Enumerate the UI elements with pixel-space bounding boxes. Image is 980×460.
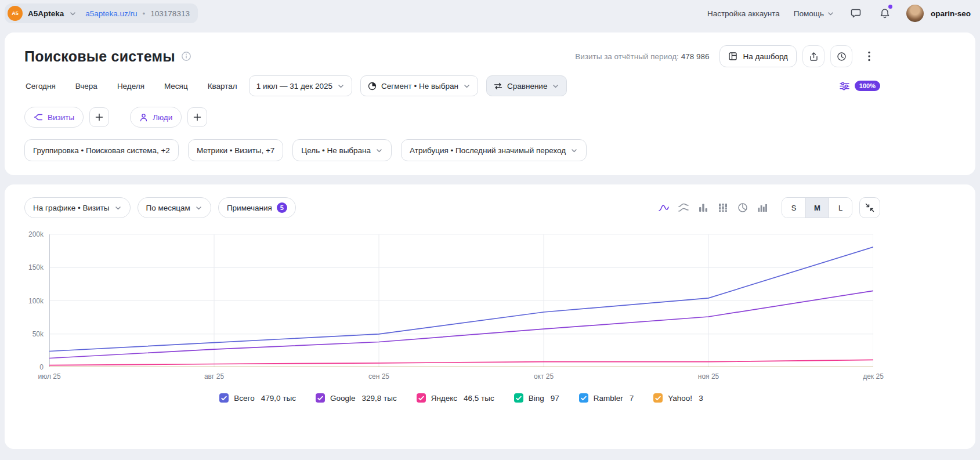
people-metric-chip[interactable]: Люди: [130, 107, 182, 128]
legend-series-value: 329,8 тыс: [361, 394, 396, 403]
more-menu-button[interactable]: [858, 45, 880, 67]
user-avatar[interactable]: [906, 5, 924, 22]
segment-selector[interactable]: Сегмент • Не выбран: [360, 75, 478, 96]
bar-chart-type-button[interactable]: [693, 198, 713, 218]
visits-metric-icon: [34, 113, 43, 122]
chat-icon: [850, 8, 862, 19]
counter-switcher[interactable]: A5 A5Apteka a5apteka.uz/ru • 103178313: [5, 3, 198, 23]
info-icon[interactable]: [181, 51, 191, 61]
check-icon: [418, 396, 424, 401]
y-tick-label: 200k: [28, 230, 44, 238]
add-people-metric-button[interactable]: [187, 107, 207, 127]
page-title: Поисковые системы: [24, 48, 175, 65]
separator-dot: •: [143, 9, 146, 18]
notes-count-badge: 5: [277, 202, 287, 213]
account-settings-link[interactable]: Настройка аккаунта: [707, 9, 780, 18]
filter-pill-4[interactable]: Атрибуция • Последний значимый переход: [401, 139, 587, 161]
pie-chart-type-button[interactable]: [733, 198, 753, 218]
add-metric-button[interactable]: [89, 107, 109, 127]
legend-item-yahoo[interactable]: Yahoo!3: [653, 393, 703, 403]
kebab-icon: [868, 51, 870, 61]
period-tab-5[interactable]: Квартал: [207, 77, 238, 95]
collapse-icon: [865, 202, 875, 213]
size-option-l[interactable]: L: [829, 198, 852, 218]
topbar-actions: Настройка аккаунта Помощь oparin-seo: [707, 5, 971, 22]
size-option-s[interactable]: S: [782, 198, 805, 218]
to-dashboard-button[interactable]: На дашборд: [719, 45, 797, 67]
segment-label: Сегмент • Не выбран: [381, 82, 458, 90]
people-icon: [139, 113, 148, 122]
sampling-control[interactable]: 100%: [839, 81, 880, 92]
legend-checkbox-yandex[interactable]: [417, 393, 426, 403]
chart-controls-row: На графике • Визиты По месяцам Примечани…: [24, 197, 880, 218]
pie-chart-icon: [737, 202, 748, 213]
to-dashboard-label: На дашборд: [743, 52, 788, 61]
visits-period-label: Визиты за отчётный период:: [575, 52, 679, 61]
granularity-selector[interactable]: По месяцам: [138, 197, 211, 218]
chart-area: 050k100k150k200k июл 25авг 25сен 25окт 2…: [24, 234, 956, 383]
filter-pill-label: Группировка • Поисковая система, +2: [33, 146, 170, 155]
legend-series-name: Google: [330, 394, 356, 403]
account-logo: A5: [8, 6, 23, 21]
y-tick-label: 0: [39, 363, 44, 371]
dashboard-icon: [728, 52, 737, 61]
period-tab-3[interactable]: Неделя: [116, 77, 146, 95]
chart-svg[interactable]: [49, 234, 873, 367]
legend-checkbox-yahoo[interactable]: [653, 393, 663, 403]
date-range-label: 1 июл — 31 дек 2025: [256, 82, 332, 90]
legend-item-rambler[interactable]: Rambler7: [579, 393, 634, 403]
chevron-down-icon: [337, 82, 345, 90]
notes-button[interactable]: Примечания 5: [218, 197, 296, 218]
filter-pills-row: Группировка • Поисковая система, +2Метри…: [24, 139, 956, 161]
check-icon: [317, 396, 323, 401]
chevron-down-icon: [570, 147, 578, 154]
y-tick-label: 100k: [28, 297, 44, 305]
comparison-selector[interactable]: Сравнение: [486, 75, 567, 96]
period-tab-2[interactable]: Вчера: [74, 77, 99, 95]
legend-item-yandex[interactable]: Яндекс46,5 тыс: [417, 393, 494, 403]
x-tick-label: окт 25: [534, 372, 554, 381]
export-button[interactable]: [802, 45, 824, 67]
y-axis-labels: 050k100k150k200k: [24, 234, 49, 367]
filter-pill-1[interactable]: Группировка • Поисковая система, +2: [24, 139, 179, 161]
period-tab-1[interactable]: Сегодня: [24, 77, 57, 95]
legend-series-value: 7: [630, 394, 634, 403]
bell-icon: [879, 8, 891, 19]
legend-series-value: 479,0 тыс: [261, 394, 296, 403]
help-menu[interactable]: Помощь: [794, 9, 834, 18]
legend-checkbox-total[interactable]: [219, 393, 229, 403]
filter-pill-3[interactable]: Цель • Не выбрана: [292, 139, 392, 161]
chevron-down-icon: [69, 10, 77, 17]
report-actions: Визиты за отчётный период: 478 986 На да…: [575, 45, 880, 67]
legend-checkbox-bing[interactable]: [514, 393, 523, 403]
visits-metric-chip[interactable]: Визиты: [24, 107, 84, 128]
legend-item-google[interactable]: Google329,8 тыс: [316, 393, 397, 403]
plus-icon: [193, 113, 201, 121]
legend-item-total[interactable]: Всего479,0 тыс: [219, 393, 296, 403]
history-button[interactable]: [830, 45, 852, 67]
date-range-picker[interactable]: 1 июл — 31 дек 2025: [249, 75, 352, 96]
legend-series-value: 3: [699, 394, 703, 403]
user-name: oparin-seo: [931, 9, 971, 18]
collapse-chart-button[interactable]: [859, 197, 880, 218]
period-tab-4[interactable]: Месяц: [163, 77, 189, 95]
size-option-m[interactable]: M: [805, 198, 829, 218]
line-chart-type-button[interactable]: [654, 198, 674, 218]
feedback-chat-button[interactable]: [848, 6, 863, 21]
legend-series-name: Yahoo!: [668, 394, 692, 403]
legend-item-bing[interactable]: Bing97: [514, 393, 559, 403]
site-link[interactable]: a5apteka.uz/ru: [85, 9, 137, 18]
graph-metric-selector[interactable]: На графике • Визиты: [24, 197, 131, 218]
histogram-chart-type-button[interactable]: [753, 198, 772, 218]
legend-checkbox-rambler[interactable]: [579, 393, 588, 403]
notification-dot: [888, 5, 892, 9]
filter-pill-2[interactable]: Метрики • Визиты, +7: [188, 139, 283, 161]
legend-series-name: Bing: [529, 394, 544, 403]
check-icon: [655, 396, 661, 401]
legend-checkbox-google[interactable]: [316, 393, 325, 403]
stacked-line-chart-type-button[interactable]: [674, 198, 693, 218]
notifications-button[interactable]: [877, 6, 892, 21]
x-tick-label: ноя 25: [698, 372, 719, 381]
segment-icon: [368, 82, 377, 90]
stacked-bar-chart-type-button[interactable]: [713, 198, 733, 218]
